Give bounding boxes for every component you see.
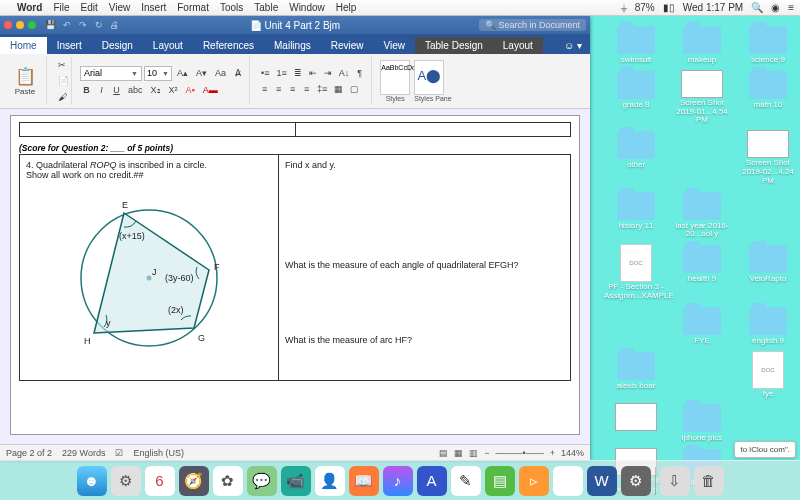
desktop-item[interactable]: swimsuit — [604, 24, 668, 65]
desktop-item[interactable]: grade 8 — [604, 69, 668, 125]
zoom-slider[interactable]: ———•—— — [496, 448, 544, 458]
styles-pane-button[interactable]: A⬤ — [414, 60, 444, 95]
desktop-item[interactable]: health 9 — [670, 243, 734, 301]
line-spacing-icon[interactable]: ‡≡ — [314, 82, 330, 96]
desktop-item[interactable]: other — [604, 129, 668, 185]
document-area[interactable]: (Score for Question 2: ___ of 5 points) … — [0, 109, 590, 444]
copy-icon[interactable]: 📄 — [55, 74, 68, 88]
font-color-button[interactable]: A▬ — [200, 83, 221, 97]
launchpad-app[interactable]: ⚙ — [111, 466, 141, 496]
app-name[interactable]: Word — [17, 2, 42, 13]
desktop-item[interactable]: FYE — [670, 305, 734, 346]
zoom-in[interactable]: + — [550, 448, 555, 458]
minimize-button[interactable] — [16, 21, 24, 29]
italic-button[interactable]: I — [95, 83, 108, 97]
menu-format[interactable]: Format — [177, 2, 209, 13]
show-marks-icon[interactable]: ¶ — [353, 66, 366, 80]
multilevel-icon[interactable]: ≣ — [291, 66, 305, 80]
desktop-item[interactable]: history 11 — [604, 190, 668, 240]
search-box[interactable]: 🔍 Search in Document — [479, 19, 586, 31]
tab-layout[interactable]: Layout — [143, 37, 193, 54]
desktop-item[interactable]: DOCPF - Section 3 - Assignm...XAMPLE — [604, 243, 668, 301]
clear-format-icon[interactable]: A̷ — [231, 66, 244, 80]
tab-view[interactable]: View — [374, 37, 416, 54]
sort-icon[interactable]: A↓ — [336, 66, 353, 80]
print-icon[interactable]: 🖨 — [108, 20, 121, 30]
close-button[interactable] — [4, 21, 12, 29]
repeat-icon[interactable]: ↻ — [92, 20, 105, 30]
focus-view-icon[interactable]: ▤ — [439, 448, 448, 458]
menu-help[interactable]: Help — [336, 2, 357, 13]
numbering-icon[interactable]: 1≡ — [273, 66, 289, 80]
align-left-icon[interactable]: ≡ — [258, 82, 271, 96]
cut-icon[interactable]: ✂ — [55, 58, 68, 72]
strike-button[interactable]: abc — [125, 83, 146, 97]
finder-app[interactable]: ☻ — [77, 466, 107, 496]
menu-view[interactable]: View — [109, 2, 131, 13]
itunes-app[interactable]: ♪ — [383, 466, 413, 496]
underline-button[interactable]: U — [110, 83, 123, 97]
share-button[interactable]: ☺ ▾ — [556, 37, 590, 54]
desktop-item[interactable]: alexis boar — [604, 350, 668, 399]
shading-icon[interactable]: ▦ — [331, 82, 346, 96]
justify-icon[interactable]: ≡ — [300, 82, 313, 96]
contacts-app[interactable]: 👤 — [315, 466, 345, 496]
inc-indent-icon[interactable]: ⇥ — [321, 66, 335, 80]
bullets-icon[interactable]: •≡ — [258, 66, 272, 80]
siri-icon[interactable]: ◉ — [771, 2, 780, 13]
notif-icon[interactable]: ≡ — [788, 2, 794, 13]
zoom-out[interactable]: − — [484, 448, 489, 458]
ibooks-app[interactable]: 📖 — [349, 466, 379, 496]
highlight-button[interactable]: A▪ — [183, 83, 198, 97]
photos-app[interactable]: ✿ — [213, 466, 243, 496]
desktop-item[interactable]: Screen Shot 2019-01...4.54 PM — [670, 69, 734, 125]
menu-edit[interactable]: Edit — [81, 2, 98, 13]
page-indicator[interactable]: Page 2 of 2 — [6, 448, 52, 458]
menu-tools[interactable]: Tools — [220, 2, 243, 13]
tab-review[interactable]: Review — [321, 37, 374, 54]
tab-design[interactable]: Design — [92, 37, 143, 54]
redo-icon[interactable]: ↷ — [76, 20, 89, 30]
tab-references[interactable]: References — [193, 37, 264, 54]
bold-button[interactable]: B — [80, 83, 93, 97]
print-view-icon[interactable]: ▦ — [454, 448, 463, 458]
desktop-item[interactable]: VeloRapto — [736, 243, 800, 301]
spellcheck-icon[interactable]: ☑ — [115, 448, 123, 458]
desktop-item[interactable]: science 9 — [736, 24, 800, 65]
desktop-item[interactable]: DOCfye — [736, 350, 800, 399]
facetime-app[interactable]: 📹 — [281, 466, 311, 496]
zoom-level[interactable]: 144% — [561, 448, 584, 458]
subscript-button[interactable]: X₂ — [148, 83, 164, 97]
desktop-item[interactable]: last year 2016-20...ool y — [670, 190, 734, 240]
menu-table[interactable]: Table — [254, 2, 278, 13]
safari-app[interactable]: 🧭 — [179, 466, 209, 496]
word-app[interactable]: W — [587, 466, 617, 496]
word-count[interactable]: 229 Words — [62, 448, 105, 458]
tab-table-design[interactable]: Table Design — [415, 37, 493, 54]
menu-insert[interactable]: Insert — [141, 2, 166, 13]
undo-icon[interactable]: ↶ — [60, 20, 73, 30]
desktop-item[interactable]: iphone pics — [670, 402, 734, 443]
align-right-icon[interactable]: ≡ — [286, 82, 299, 96]
numbers-app[interactable]: ▤ — [485, 466, 515, 496]
superscript-button[interactable]: X² — [166, 83, 181, 97]
align-center-icon[interactable]: ≡ — [272, 82, 285, 96]
menu-file[interactable]: File — [53, 2, 69, 13]
chrome-app[interactable]: ◉ — [553, 466, 583, 496]
dec-indent-icon[interactable]: ⇤ — [306, 66, 320, 80]
font-name-select[interactable]: Arial▼ — [80, 66, 142, 81]
font-size-select[interactable]: 10▼ — [144, 66, 172, 81]
tab-table-layout[interactable]: Layout — [493, 37, 543, 54]
desktop-item[interactable] — [604, 402, 668, 443]
zoom-button[interactable] — [28, 21, 36, 29]
paste-button[interactable]: 📋Paste — [9, 66, 41, 96]
style-normal[interactable]: AaBbCcDdEe — [380, 60, 410, 95]
change-case-icon[interactable]: Aa — [212, 66, 229, 80]
tab-home[interactable]: Home — [0, 37, 47, 54]
spotlight-icon[interactable]: 🔍 — [751, 2, 763, 13]
messages-app[interactable]: 💬 — [247, 466, 277, 496]
desktop-item[interactable]: makeup — [670, 24, 734, 65]
format-painter-icon[interactable]: 🖌 — [55, 90, 68, 104]
clock[interactable]: Wed 1:17 PM — [683, 2, 743, 13]
sysprefs-app[interactable]: ⚙ — [621, 466, 651, 496]
